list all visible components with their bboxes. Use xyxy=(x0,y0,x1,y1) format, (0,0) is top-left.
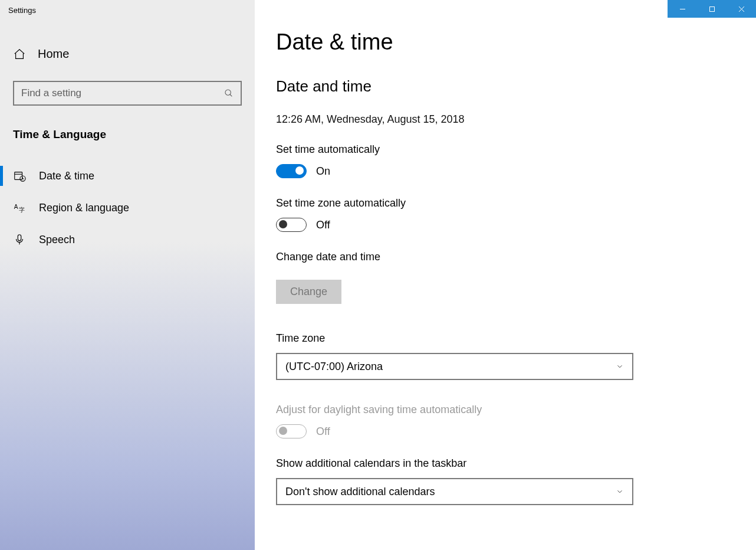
search-input-container[interactable] xyxy=(13,81,242,106)
calendar-clock-icon xyxy=(13,169,26,182)
app-title: Settings xyxy=(0,0,255,20)
sidebar-item-speech[interactable]: Speech xyxy=(0,224,255,256)
close-button[interactable] xyxy=(727,0,756,18)
extra-calendar-dropdown[interactable]: Don't show additional calendars xyxy=(276,478,633,505)
dst-state: Off xyxy=(316,425,330,438)
extra-calendar-label: Show additional calendars in the taskbar xyxy=(276,457,735,470)
svg-line-1 xyxy=(230,94,232,96)
timezone-label: Time zone xyxy=(276,332,735,345)
set-tz-auto-label: Set time zone automatically xyxy=(276,197,735,209)
extra-calendar-selected: Don't show additional calendars xyxy=(285,486,435,498)
set-time-auto-label: Set time automatically xyxy=(276,143,735,156)
chevron-down-icon xyxy=(616,362,624,371)
current-datetime: 12:26 AM, Wednesday, August 15, 2018 xyxy=(276,113,735,126)
svg-point-0 xyxy=(225,90,231,95)
dst-label: Adjust for daylight saving time automati… xyxy=(276,404,735,416)
minimize-button[interactable] xyxy=(668,0,697,18)
sidebar-items: Date & time A 字 Region & language xyxy=(0,160,255,256)
timezone-dropdown[interactable]: (UTC-07:00) Arizona xyxy=(276,353,633,380)
set-tz-auto-toggle[interactable] xyxy=(276,218,307,232)
sidebar-item-label: Region & language xyxy=(39,202,129,214)
page-title: Date & time xyxy=(276,30,735,55)
set-tz-auto-block: Set time zone automatically Off xyxy=(276,197,735,232)
sidebar-item-region-language[interactable]: A 字 Region & language xyxy=(0,192,255,224)
search-icon xyxy=(224,89,234,98)
change-datetime-block: Change date and time Change xyxy=(276,251,735,304)
home-icon xyxy=(13,48,26,61)
sidebar: Settings Home Time & Language xyxy=(0,0,255,550)
change-datetime-label: Change date and time xyxy=(276,251,735,263)
timezone-block: Time zone (UTC-07:00) Arizona xyxy=(276,332,735,380)
svg-text:字: 字 xyxy=(19,207,25,213)
maximize-button[interactable] xyxy=(697,0,727,18)
sidebar-section-title: Time & Language xyxy=(0,128,255,141)
set-tz-auto-state: Off xyxy=(316,219,330,231)
set-time-auto-state: On xyxy=(316,165,330,178)
sidebar-item-label: Speech xyxy=(39,234,75,246)
svg-line-6 xyxy=(23,179,24,179)
svg-rect-9 xyxy=(18,235,21,241)
home-label: Home xyxy=(38,47,69,61)
search-input[interactable] xyxy=(21,87,224,99)
change-button: Change xyxy=(276,280,341,304)
sidebar-item-date-time[interactable]: Date & time xyxy=(0,160,255,192)
section-heading: Date and time xyxy=(276,77,735,96)
svg-text:A: A xyxy=(14,204,18,210)
main-content: Date & time Date and time 12:26 AM, Wedn… xyxy=(255,0,756,550)
chevron-down-icon xyxy=(616,487,624,496)
svg-rect-2 xyxy=(15,172,22,180)
dst-block: Adjust for daylight saving time automati… xyxy=(276,404,735,438)
sidebar-item-label: Date & time xyxy=(39,170,94,182)
home-nav[interactable]: Home xyxy=(0,41,255,68)
svg-rect-12 xyxy=(709,6,714,11)
microphone-icon xyxy=(13,233,26,246)
extra-calendar-block: Show additional calendars in the taskbar… xyxy=(276,457,735,505)
timezone-selected: (UTC-07:00) Arizona xyxy=(285,361,383,373)
set-time-auto-block: Set time automatically On xyxy=(276,143,735,178)
window-controls xyxy=(668,0,756,18)
dst-toggle xyxy=(276,424,307,438)
set-time-auto-toggle[interactable] xyxy=(276,164,307,178)
language-icon: A 字 xyxy=(13,201,26,214)
